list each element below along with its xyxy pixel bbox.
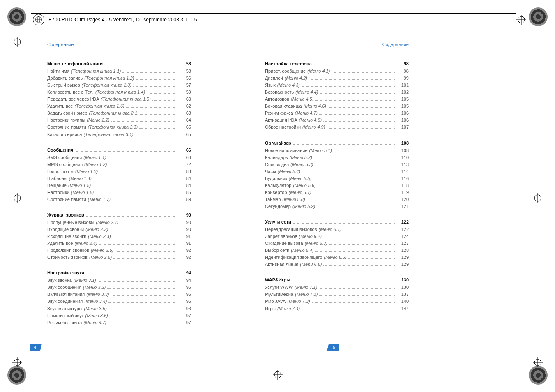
toc-entry-menu-ref: (Меню 2.4): [74, 240, 97, 247]
toc-entry-menu-ref: (Меню 7.4): [277, 305, 300, 312]
toc-entry-label: Язык: [265, 82, 276, 89]
toc-entry: Список дел(Меню 5.3)113: [265, 161, 409, 168]
toc-entry-menu-ref: (Меню 1.4): [69, 175, 92, 182]
toc-entry-page: 105: [396, 96, 409, 103]
toc-entry-page: 90: [179, 226, 191, 233]
toc-entry-menu-ref: (Меню 5.1): [309, 147, 332, 154]
toc-entry-label: Мультимедиа: [265, 291, 293, 298]
toc-entry-menu-ref: (Меню 5.7): [288, 189, 311, 196]
toc-section-title: Настройка звука: [47, 270, 84, 277]
toc-entry: Шаблоны(Меню 1.4)84: [47, 175, 191, 182]
toc-entry-page: 105: [396, 103, 409, 110]
toc-entry-page: 116: [396, 175, 409, 182]
toc-entry-page: 128: [396, 247, 409, 254]
toc-entry-page: 83: [179, 168, 191, 175]
toc-entry-label: Запрет звонков: [265, 233, 297, 240]
toc-entry-menu-ref: (Меню 1.1): [83, 154, 106, 161]
toc-entry-label: Идентификация звонящего: [265, 254, 322, 261]
toc-entry-menu-ref: (Меню 6.5): [324, 254, 346, 261]
toc-entry: Режим без звука(Меню 3.7)97: [47, 319, 191, 326]
toc-entry: Удалить все(Телефонная книга 1.6)62: [47, 103, 191, 110]
register-cross-icon: [12, 193, 22, 203]
toc-entry-label: Секундомер: [265, 203, 291, 210]
toc-entry-menu-ref: (Меню 6.2): [299, 233, 322, 240]
toc-entry-page: 98: [396, 68, 409, 75]
toc-entry-menu-ref: (Меню 3.6): [85, 312, 108, 319]
toc-entry-page: 129: [396, 254, 409, 261]
toc-entry-label: Звук соединения: [47, 298, 83, 305]
toc-entry-label: Режим факса: [265, 110, 293, 117]
toc-entry-label: Безопасность: [265, 89, 294, 96]
toc-entry-menu-ref: (Меню 3.4): [84, 298, 107, 305]
toc-entry-page: 107: [396, 124, 409, 131]
toc-entry-page: 120: [396, 196, 409, 203]
toc-entry-page: 65: [179, 131, 191, 138]
toc-entry-page: 130: [396, 284, 409, 291]
register-cross-icon: [12, 357, 22, 367]
toc-entry: Калькулятор(Меню 5.6)118: [265, 182, 409, 189]
toc-entry: Переадресация вызовов(Меню 6.1)122: [265, 226, 409, 233]
toc-entry-page: 72: [179, 161, 191, 168]
toc-entry-page: 60: [179, 96, 191, 103]
toc-entry-page: 124: [396, 233, 409, 240]
toc-section-title: Услуги сети: [265, 219, 291, 226]
toc-entry: Настройки группы(Меню 2.2)64: [47, 117, 191, 124]
header-rule: [31, 13, 516, 14]
toc-entry-page: 94: [179, 277, 191, 284]
toc-entry-menu-ref: (Телефонная книга 1.1): [71, 68, 121, 75]
toc-section-page: 122: [396, 219, 409, 226]
toc-entry-page: 86: [179, 189, 191, 196]
toc-entry: Передать все через IrDA(Телефонная книга…: [47, 96, 191, 103]
toc-entry-label: Звук звонка: [47, 277, 72, 284]
toc-entry-label: SMS сообщения: [47, 154, 82, 161]
toc-entry-menu-ref: (Меню 2.2): [87, 117, 109, 124]
toc-entry-menu-ref: (Телефонная книга 1.4): [95, 89, 145, 96]
toc-entry: Настройки(Меню 1.6)86: [47, 189, 191, 196]
toc-entry: Звук соединения(Меню 3.4)96: [47, 298, 191, 305]
toc-entry: Безопасность(Меню 4.4)102: [265, 89, 409, 96]
toc-entry-label: Поминутный звук: [47, 312, 83, 319]
toc-entry-page: 97: [179, 319, 191, 326]
toc-entry: Исходящие звонки(Меню 2.3)91: [47, 233, 191, 240]
toc-section: Настройка звука94: [47, 270, 191, 277]
toc-entry: Выбор сети(Меню 6.4)128: [265, 247, 409, 254]
toc-entry-page: 62: [179, 103, 191, 110]
toc-entry-page: 118: [396, 182, 409, 189]
toc-entry-page: 119: [396, 189, 409, 196]
toc-section-title: Меню телефонной книги: [47, 60, 103, 67]
toc-entry-page: 89: [179, 196, 191, 203]
toc-entry-label: Состояние памяти: [47, 196, 86, 203]
toc-entry: Найти имя(Телефонная книга 1.1)53: [47, 68, 191, 75]
toc-section-page: 108: [396, 140, 409, 147]
toc-entry: Удалить все(Меню 2.4)91: [47, 240, 191, 247]
toc-entry-menu-ref: (Menu 6.6): [300, 261, 322, 268]
toc-entry: Голос. почта(Меню 1.3)83: [47, 168, 191, 175]
toc-entry: Мир JAVA(Меню 7.3)140: [265, 298, 409, 305]
register-cross-icon: [516, 15, 526, 25]
toc-entry-label: Сброс настройки: [265, 124, 301, 131]
toc-entry-page: 121: [396, 203, 409, 210]
toc-entry-label: Быстрый вызов: [47, 82, 80, 89]
toc-entry-page: 91: [179, 233, 191, 240]
toc-entry-label: Удалить все: [47, 240, 73, 247]
toc-entry-label: Найти имя: [47, 68, 69, 75]
toc-entry-label: Стоимость звонков: [47, 254, 88, 261]
toc-entry-label: Шаблоны: [47, 175, 67, 182]
toc-entry-label: Настройки группы: [47, 117, 85, 124]
toc-entry: Звук сообщения(Меню 3.2)95: [47, 284, 191, 291]
toc-entry: Поминутный звук(Меню 3.6)97: [47, 312, 191, 319]
toc-entry-menu-ref: (Телефонная книга 1.6): [74, 103, 124, 110]
register-cross-icon: [533, 193, 543, 203]
toc-entry: Будильник(Меню 5.5)116: [265, 175, 409, 182]
toc-entry: Стоимость звонков(Меню 2.6)92: [47, 254, 191, 261]
toc-section-page: 53: [179, 60, 191, 67]
toc-entry-label: Привет. сообщение: [265, 68, 306, 75]
toc-entry-page: 95: [179, 284, 191, 291]
running-head-left: Содержание: [47, 41, 191, 48]
toc-entry-menu-ref: (Телефонная книга 2.1): [89, 110, 138, 117]
toc-entry-menu-ref: (Меню 6.1): [319, 226, 341, 233]
toc-entry-page: 122: [396, 226, 409, 233]
toc-entry-page: 99: [396, 75, 409, 82]
toc-entry: Таймер(Меню 5.8)120: [265, 196, 409, 203]
toc-entry: Новое напоминание(Меню 5.1)108: [265, 147, 409, 154]
